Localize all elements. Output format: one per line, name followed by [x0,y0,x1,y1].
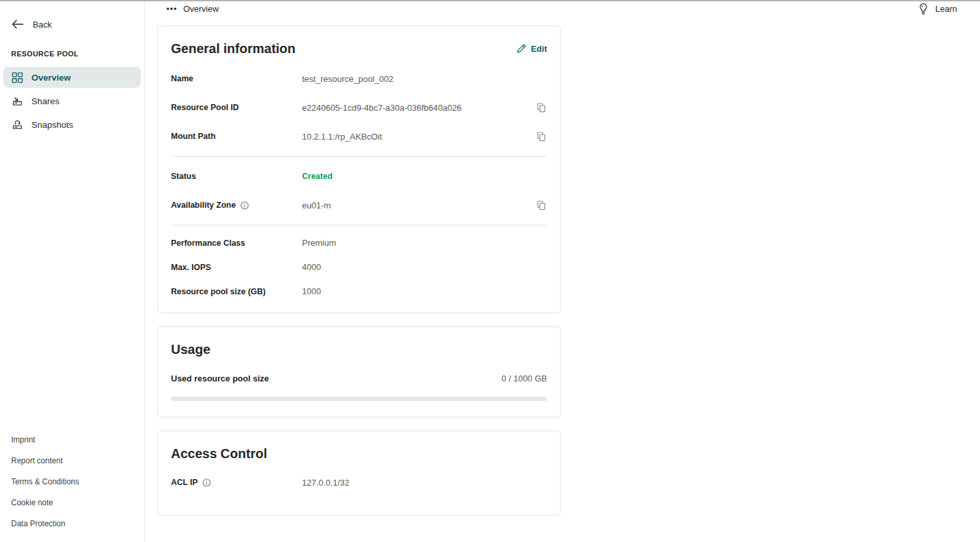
copy-icon [537,103,546,113]
sidebar-item-label: Overview [31,73,71,83]
field-value: test_resource_pool_002 [302,74,547,84]
info-row-mount-path: Mount Path 10.2.1.1:/rp_AKBcOit [171,122,547,151]
footer-link-terms[interactable]: Terms & Conditions [11,478,133,486]
field-value: 4000 [302,262,547,272]
field-label: Resource pool size (GB) [171,287,265,296]
card-title-general-information: General information [171,39,295,58]
info-row-name: Name test_resource_pool_002 [171,64,547,93]
info-row-resource-pool-size: Resource pool size (GB) 1000 [171,279,547,303]
sidebar-item-shares[interactable]: Shares [3,90,141,111]
status-badge: Created [302,172,547,181]
learn-label: Learn [935,4,957,14]
footer-link-imprint[interactable]: Imprint [11,436,133,444]
back-label: Back [33,20,52,29]
page-content: General information Edit Name test_re [145,16,980,542]
field-label: Availability Zone [171,201,236,210]
edit-label: Edit [531,44,547,54]
sidebar-nav: Overview Shares [0,67,144,135]
usage-label: Used resource pool size [171,374,269,383]
usage-progress-bar [171,397,547,401]
main-header: ••• Overview Learn [145,1,980,16]
usage-value: 0 / 1000 GB [502,374,547,383]
sidebar-item-label: Shares [31,96,60,106]
field-label: Resource Pool ID [171,103,239,112]
info-icon[interactable] [202,478,211,487]
field-label: Name [171,74,193,83]
breadcrumb-current: Overview [183,4,219,14]
usage-card: Usage Used resource pool size 0 / 1000 G… [157,326,561,417]
footer-link-report-content[interactable]: Report content [11,457,133,465]
sidebar-item-label: Snapshots [31,120,73,130]
info-row-availability-zone: Availability Zone eu01-m [171,191,547,220]
info-row-max-iops: Max. IOPS 4000 [171,255,547,279]
lightbulb-icon [918,3,928,15]
copy-availability-zone-button[interactable] [536,199,547,212]
divider [171,156,547,157]
shares-icon [12,96,23,107]
field-value: 1000 [302,286,547,296]
pencil-icon [516,44,526,54]
sidebar-item-overview[interactable]: Overview [3,67,141,88]
snapshots-icon [12,119,23,130]
sidebar: Back RESOURCE POOL Overview [0,1,145,542]
access-control-card: Access Control ACL IP 127.0.0.1/32 [157,431,561,516]
breadcrumb-ellipsis-button[interactable]: ••• [166,6,178,12]
field-label: Performance Class [171,239,245,248]
copy-icon [537,132,546,142]
sidebar-section-title: RESOURCE POOL [0,50,144,58]
sidebar-item-snapshots[interactable]: Snapshots [3,114,141,135]
copy-resource-pool-id-button[interactable] [536,102,547,114]
field-label: ACL IP [171,478,198,487]
sidebar-footer: Imprint Report content Terms & Condition… [0,436,144,542]
arrow-left-icon [12,20,24,29]
field-label: Mount Path [171,132,216,141]
info-row-resource-pool-id: Resource Pool ID e2240605-1cd9-4bc7-a30a… [171,93,547,122]
field-label: Max. IOPS [171,263,211,272]
field-label: Status [171,172,196,181]
divider [171,225,547,225]
field-value: 10.2.1.1:/rp_AKBcOit [302,132,536,142]
usage-row: Used resource pool size 0 / 1000 GB [171,369,547,387]
info-row-performance-class: Performance Class Premium [171,231,547,255]
learn-button[interactable]: Learn [918,3,957,15]
field-value: 127.0.0.1/32 [302,478,547,488]
edit-button[interactable]: Edit [516,44,547,54]
copy-mount-path-button[interactable] [536,130,547,143]
breadcrumb: ••• Overview [166,4,219,14]
card-title-usage: Usage [171,340,547,358]
info-row-status: Status Created [171,162,547,191]
footer-link-data-protection[interactable]: Data Protection [11,520,133,528]
copy-icon [537,201,546,210]
main-area: ••• Overview Learn General [145,1,980,542]
info-icon[interactable] [240,201,249,210]
footer-link-cookie-note[interactable]: Cookie note [11,499,133,507]
card-title-access-control: Access Control [171,444,547,463]
app-root: Back RESOURCE POOL Overview [0,1,980,542]
field-value: Premium [302,238,547,248]
back-button[interactable]: Back [0,16,144,33]
general-information-card: General information Edit Name test_re [157,26,561,313]
field-value: e2240605-1cd9-4bc7-a30a-036fb640a026 [302,103,536,113]
field-value: eu01-m [302,201,536,210]
dashboard-icon [12,72,23,83]
info-row-acl-ip: ACL IP 127.0.0.1/32 [171,468,547,497]
